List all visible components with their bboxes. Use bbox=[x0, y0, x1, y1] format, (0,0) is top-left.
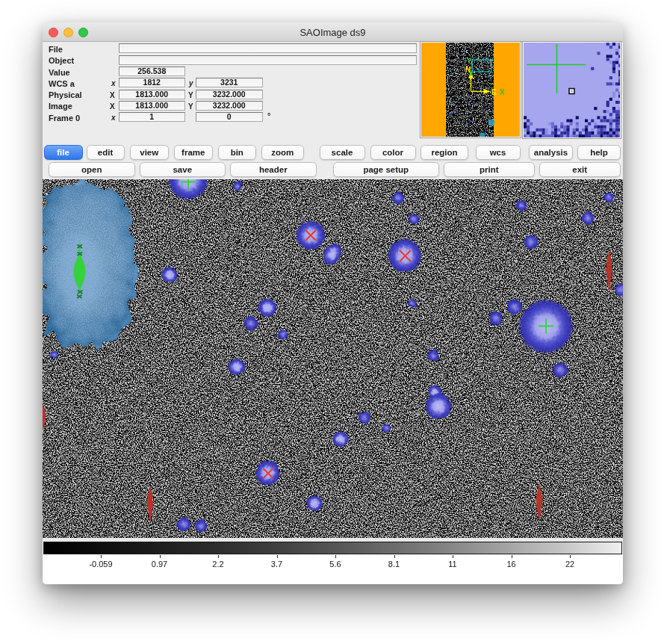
svg-text:X: X bbox=[500, 88, 505, 96]
svg-text:E: E bbox=[491, 88, 497, 96]
svg-text:Y: Y bbox=[467, 57, 472, 65]
